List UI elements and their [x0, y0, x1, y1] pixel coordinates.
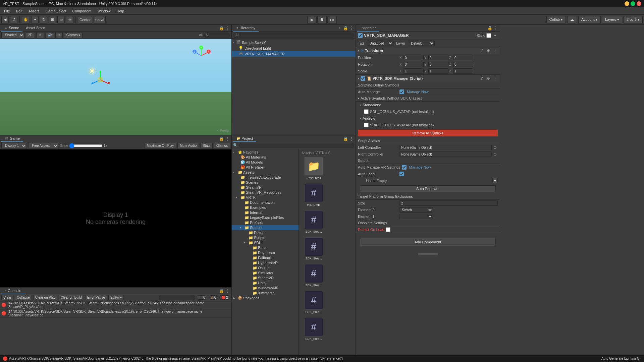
script-more-btn[interactable]: ⋮	[492, 76, 498, 81]
tree-steamvr[interactable]: ▶ 📁 SteamVR	[232, 185, 299, 190]
asset-sdk1[interactable]: # SDK_Stea...	[300, 209, 327, 235]
effects-btn[interactable]: ✦	[55, 32, 63, 38]
persist-checkbox[interactable]	[386, 227, 390, 232]
lighting-btn[interactable]: ☀	[36, 32, 44, 38]
console-lock-btn[interactable]: 🔒	[219, 288, 224, 294]
stats-btn[interactable]: Stats	[200, 143, 213, 149]
tree-unity[interactable]: ▶ 📁 Unity	[232, 281, 299, 286]
tree-steamvr-res[interactable]: ▶ 📁 SteamVR_Resources	[232, 190, 299, 195]
element1-dropdown[interactable]	[399, 214, 433, 219]
menu-file[interactable]: File	[1, 8, 13, 14]
tree-terrain[interactable]: ▶ 📁 _TerrainAutoUpgrade	[232, 175, 299, 180]
rot-x-input[interactable]	[404, 62, 424, 67]
asset-resources[interactable]: 📁 Resources	[300, 156, 327, 181]
toolbar-refresh-btn[interactable]: ↺	[10, 16, 17, 23]
tree-prefabs[interactable]: ▶ 📁 Prefabs	[232, 220, 299, 225]
tab-asset-store[interactable]: Asset Store	[22, 25, 48, 32]
menu-gameobject[interactable]: GameObject	[43, 8, 69, 14]
tree-ximmerse[interactable]: ▶ 📁 Ximmerse	[232, 291, 299, 296]
pos-z-input[interactable]	[453, 55, 473, 60]
console-editor-btn[interactable]: Editor ▾	[108, 295, 124, 300]
hierarchy-item-vrtk[interactable]: ▾ 🎮 VRTK_SDK_MANAGER	[232, 51, 356, 57]
console-search[interactable]	[159, 295, 196, 300]
tree-legacy[interactable]: ▶ 📁 LegacyExampleFiles	[232, 215, 299, 220]
left-ctrl-pick-btn[interactable]: ⊙	[492, 145, 498, 150]
script-settings-btn[interactable]: ⚙	[486, 76, 491, 81]
asset-sdk4[interactable]: # SDK_Stea...	[300, 290, 327, 315]
cloud-button[interactable]: ☁	[567, 16, 577, 23]
asset-sdk3[interactable]: # SDK_Stea...	[300, 263, 327, 288]
console-row-1[interactable]: 🔴 [14:30:33] Assets/VRTK/Source/SDK/Stea…	[0, 301, 231, 309]
tree-hypereal[interactable]: ▶ 📁 HyperealVR	[232, 260, 299, 265]
scene-lock-btn[interactable]: 🔒	[219, 25, 224, 31]
hierarchy-lock-btn[interactable]: 🔒	[343, 25, 348, 31]
pos-y-input[interactable]	[428, 55, 448, 60]
scene-search[interactable]	[203, 33, 230, 38]
script-comp-header[interactable]: ▾ 📜 VRTK_SDK Manager (Script) ? ⚙ ⋮	[356, 75, 500, 82]
size-input[interactable]	[399, 200, 498, 206]
tab-game[interactable]: 🎮 Game	[1, 135, 23, 142]
hierarchy-add-btn[interactable]: +	[337, 25, 342, 31]
console-collapse-btn[interactable]: Collapse	[15, 295, 32, 300]
manage-now-link[interactable]: Manage Now	[406, 90, 430, 94]
asset-readme[interactable]: # README	[300, 182, 327, 208]
right-ctrl-pick-btn[interactable]: ⊙	[492, 152, 498, 157]
scene-more-btn[interactable]: ⋮	[225, 25, 230, 31]
auto-manage-vr-cb[interactable]	[402, 165, 407, 170]
tab-project[interactable]: 📁 Project	[233, 135, 256, 142]
tree-scripts[interactable]: ▶ 📁 Scripts	[232, 235, 299, 240]
tab-scene[interactable]: ⊞ Scene	[1, 25, 22, 32]
static-checkbox[interactable]	[486, 33, 491, 38]
collab-button[interactable]: Collab ▾	[546, 16, 566, 23]
console-error-pause-btn[interactable]: Error Pause	[85, 295, 107, 300]
toolbar-rect-btn[interactable]: ▭	[57, 16, 65, 23]
inspector-scrollbar[interactable]	[418, 253, 438, 255]
project-lock-btn[interactable]: 🔒	[343, 136, 348, 141]
close-button[interactable]: ✕	[637, 1, 641, 6]
scale-slider[interactable]	[69, 144, 103, 147]
tree-steamvr-sdk[interactable]: ▶ 📁 SteamVR	[232, 276, 299, 281]
transform-header[interactable]: ▾ ⊞ Transform ? ⚙ ⋮	[356, 47, 500, 54]
right-ctrl-input[interactable]	[399, 152, 492, 157]
menu-component[interactable]: Component	[69, 8, 94, 14]
tree-favorites[interactable]: ▾ ⭐ Favorites	[232, 150, 299, 155]
transform-info-btn[interactable]: ?	[479, 48, 484, 53]
tab-hierarchy[interactable]: ≡ Hierarchy	[233, 25, 259, 32]
menu-window[interactable]: Window	[95, 8, 113, 14]
script-enable-checkbox[interactable]	[361, 76, 365, 81]
toolbar-local-btn[interactable]: Local	[94, 16, 106, 23]
inspector-settings-btn[interactable]: ▾	[492, 33, 498, 38]
toolbar-transform-btn[interactable]: ✢	[66, 16, 73, 23]
tree-simulator[interactable]: ▶ 📁 Simulator	[232, 270, 299, 276]
obj-active-checkbox[interactable]	[358, 33, 363, 38]
tree-daydream[interactable]: ▶ 📁 Daydream	[232, 250, 299, 255]
tree-fallback[interactable]: ▶ 📁 Fallback	[232, 255, 299, 260]
add-component-btn[interactable]: Add Component	[360, 238, 496, 246]
script-info-btn[interactable]: ?	[479, 76, 484, 81]
auto-manage-checkbox[interactable]	[399, 89, 404, 94]
tree-source[interactable]: ▾ 📁 Source	[232, 225, 299, 230]
tree-vrtk[interactable]: ▾ 📁 VRTK	[232, 195, 299, 200]
account-button[interactable]: Account ▾	[578, 16, 601, 23]
project-search[interactable]	[239, 143, 354, 148]
step-button[interactable]: ⏭	[327, 16, 337, 23]
tree-base[interactable]: ▶ 📁 Base	[232, 245, 299, 250]
tab-inspector[interactable]: Inspector	[357, 25, 379, 32]
layer-dropdown[interactable]: Default	[408, 41, 435, 46]
toolbar-rotate-btn[interactable]: ↻	[40, 16, 47, 23]
toolbar-move-btn[interactable]: ✦	[31, 16, 39, 23]
2d-btn[interactable]: 2D	[26, 32, 35, 38]
hierarchy-more-btn[interactable]: ⋮	[349, 25, 354, 31]
tab-console[interactable]: ≡ Console	[1, 288, 25, 294]
maximize-btn[interactable]: Maximize On Play	[145, 143, 176, 149]
toolbar-center-btn[interactable]: Center	[78, 16, 92, 23]
tree-scenes[interactable]: ▶ 📁 Scenes	[232, 180, 299, 185]
console-clear-play-btn[interactable]: Clear on Play	[33, 295, 57, 300]
sdk-oculus-android-cb[interactable]	[364, 123, 369, 127]
tree-examples[interactable]: ▶ 📁 Examples	[232, 205, 299, 210]
aspect-dropdown[interactable]: Free Aspect	[28, 143, 58, 149]
maximize-button[interactable]: □	[631, 1, 635, 6]
layout-button[interactable]: 2 by 3 ▾	[624, 16, 643, 23]
asset-sdk5[interactable]: # SDK_Stea...	[300, 316, 327, 342]
tree-sdk[interactable]: ▾ 📁 SDK	[232, 240, 299, 245]
